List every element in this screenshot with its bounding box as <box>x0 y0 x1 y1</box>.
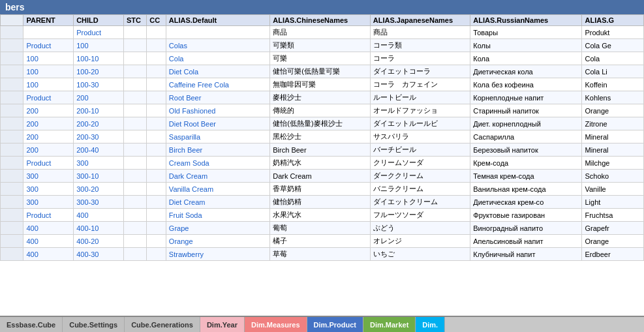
cell-parent: 200 <box>23 104 74 117</box>
cell-rownum <box>1 39 23 52</box>
cell-alias_ru: Ванильная крем-сода <box>470 183 582 196</box>
cell-stc <box>123 183 146 196</box>
cell-cc <box>147 157 166 170</box>
col-header-child[interactable]: CHILD <box>74 15 124 26</box>
table-body: Product商品商品ТоварыProduktProduct100Colas可… <box>1 26 644 261</box>
cell-stc <box>123 248 146 261</box>
cell-cc <box>147 235 166 248</box>
cell-parent: 100 <box>23 65 74 78</box>
cell-alias_default: Strawberry <box>166 248 269 261</box>
cell-cc <box>147 65 166 78</box>
cell-cc <box>147 130 166 143</box>
cell-stc <box>123 26 146 39</box>
cell-alias_jp: 商品 <box>370 26 470 39</box>
cell-stc <box>123 209 146 222</box>
cell-alias_jp: フルーツソーダ <box>370 209 470 222</box>
cell-alias_g: Grapefr <box>582 222 644 235</box>
cell-alias_default: Dark Cream <box>166 170 269 183</box>
table-row[interactable]: 200200-10Old Fashioned傳統的オールドファッショСтарин… <box>1 104 644 117</box>
table-row[interactable]: 100100-10Cola可樂コーラКолаCola <box>1 52 644 65</box>
tab-dim-product[interactable]: Dim.Product <box>307 317 363 332</box>
cell-alias_cn: 橘子 <box>270 235 371 248</box>
cell-alias_cn: 黑松沙士 <box>270 130 371 143</box>
cell-alias_g: Mineral <box>582 143 644 157</box>
table-row[interactable]: Product200Root Beer麥根沙士ルートビールКорнеплодны… <box>1 91 644 104</box>
cell-stc <box>123 39 146 52</box>
cell-alias_default: Birch Beer <box>166 143 269 157</box>
cell-alias_jp: ダイエットクリーム <box>370 196 470 209</box>
col-header-rownum[interactable] <box>1 15 23 26</box>
cell-alias_cn: 香草奶精 <box>270 183 371 196</box>
cell-rownum <box>1 130 23 143</box>
table-row[interactable]: Product400Fruit Soda水果汽水フルーツソーダФруктовые… <box>1 209 644 222</box>
cell-parent: 400 <box>23 235 74 248</box>
table-row[interactable]: 200200-30Sasparilla黑松沙士サスパリラСаспариллаMi… <box>1 130 644 143</box>
cell-child: 400-20 <box>74 235 124 248</box>
cell-child: 300-30 <box>74 196 124 209</box>
cell-alias_ru: Березовый напиток <box>470 143 582 157</box>
cell-rownum <box>1 143 23 157</box>
cell-alias_cn: 無咖啡因可樂 <box>270 78 371 91</box>
cell-alias_cn: 健怡可樂(低熱量可樂 <box>270 65 371 78</box>
cell-alias_cn: 健怡(低熱量)麥根沙士 <box>270 117 371 130</box>
col-header-parent[interactable]: PARENT <box>23 15 74 26</box>
table-row[interactable]: Product100Colas可樂類コーラ類КолыCola Ge <box>1 39 644 52</box>
cell-alias_ru: Диетическая крем-со <box>470 196 582 209</box>
cell-child: 200-40 <box>74 143 124 157</box>
cell-alias_cn: 健怡奶精 <box>270 196 371 209</box>
col-header-alias_g[interactable]: ALIAS.G <box>582 15 644 26</box>
table-row[interactable]: 400400-30Strawberry草莓いちごКлубничный напит… <box>1 248 644 261</box>
cell-alias_cn: 水果汽水 <box>270 209 371 222</box>
col-header-alias_jp[interactable]: ALIAS.JapaneseNames <box>370 15 470 26</box>
cell-cc <box>147 183 166 196</box>
cell-alias_default: Diet Cream <box>166 196 269 209</box>
col-header-stc[interactable]: STC <box>123 15 146 26</box>
col-header-alias_cn[interactable]: ALIAS.ChineseNames <box>270 15 371 26</box>
cell-parent <box>23 26 74 39</box>
table-row[interactable]: 300300-10Dark CreamDark CreamダーククリームТемн… <box>1 170 644 183</box>
tab-dim-measures[interactable]: Dim.Measures <box>245 317 307 332</box>
cell-stc <box>123 157 146 170</box>
cell-alias_jp: サスパリラ <box>370 130 470 143</box>
cell-alias_jp: いちご <box>370 248 470 261</box>
cell-stc <box>123 143 146 157</box>
cell-alias_ru: Диетическая кола <box>470 65 582 78</box>
table-row[interactable]: Product商品商品ТоварыProdukt <box>1 26 644 39</box>
tab-cube-generations[interactable]: Cube.Generations <box>125 317 200 332</box>
table-row[interactable]: Product300Cream Soda奶精汽水クリームソーダКрем-сода… <box>1 157 644 170</box>
col-header-alias_default[interactable]: ALIAS.Default <box>166 15 269 26</box>
tab-dim-market[interactable]: Dim.Market <box>363 317 416 332</box>
cell-child: Product <box>74 26 124 39</box>
cell-alias_ru: Товары <box>470 26 582 39</box>
table-row[interactable]: 400400-10Grape葡萄ぶどうВиноградный напитоGra… <box>1 222 644 235</box>
table-row[interactable]: 200200-20Diet Root Beer健怡(低熱量)麥根沙士ダイエットル… <box>1 117 644 130</box>
table-row[interactable]: 100100-20Diet Cola健怡可樂(低熱量可樂ダイエットコーラДиет… <box>1 65 644 78</box>
cell-child: 300-10 <box>74 170 124 183</box>
cell-alias_ru: Диет. корнеплодный <box>470 117 582 130</box>
cell-parent: 400 <box>23 248 74 261</box>
table-row[interactable]: 300300-30Diet Cream健怡奶精ダイエットクリームДиетичес… <box>1 196 644 209</box>
cell-parent: Product <box>23 157 74 170</box>
table-row[interactable]: 300300-20Vanilla Cream香草奶精バニラクリームВанильн… <box>1 183 644 196</box>
cell-rownum <box>1 65 23 78</box>
cell-alias_g: Fruchtsa <box>582 209 644 222</box>
tab-essbase-cube[interactable]: Essbase.Cube <box>0 317 63 332</box>
cell-stc <box>123 130 146 143</box>
col-header-alias_ru[interactable]: ALIAS.RussianNames <box>470 15 582 26</box>
cell-child: 100-10 <box>74 52 124 65</box>
table-row[interactable]: 100100-30Caffeine Free Cola無咖啡因可樂コーラ カフェ… <box>1 78 644 91</box>
cell-alias_default <box>166 26 269 39</box>
tab-dim-[interactable]: Dim. <box>416 317 445 332</box>
cell-parent: 100 <box>23 78 74 91</box>
cell-alias_ru: Саспарилла <box>470 130 582 143</box>
cell-alias_jp: コーラ類 <box>370 39 470 52</box>
col-header-cc[interactable]: CC <box>147 15 166 26</box>
cell-cc <box>147 39 166 52</box>
cell-alias_default: Diet Cola <box>166 65 269 78</box>
cell-alias_g: Produkt <box>582 26 644 39</box>
table-row[interactable]: 200200-40Birch BeerBirch BeerバーチビールБерез… <box>1 143 644 157</box>
table-row[interactable]: 400400-20Orange橘子オレンジАпельсиновый напитO… <box>1 235 644 248</box>
cell-alias_cn: 可樂類 <box>270 39 371 52</box>
tab-dim-year[interactable]: Dim.Year <box>200 317 245 332</box>
tab-cube-settings[interactable]: Cube.Settings <box>63 317 125 332</box>
